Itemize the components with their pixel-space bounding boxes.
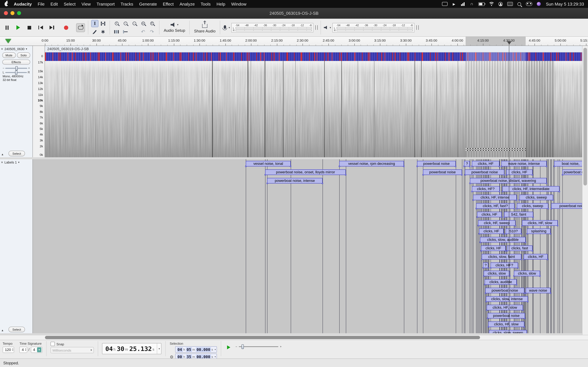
- label-chip[interactable]: clicks, slow: [514, 271, 540, 276]
- label-chip[interactable]: clicks, slow, audible: [480, 237, 526, 242]
- record-button[interactable]: [62, 23, 70, 32]
- menu-transport[interactable]: Transport: [94, 1, 118, 6]
- fit-selection-button[interactable]: ↔: [130, 20, 138, 27]
- label-chip[interactable]: clicks, HF: [506, 169, 533, 175]
- menu-generate[interactable]: Generate: [136, 1, 160, 6]
- track-resizer[interactable]: [0, 157, 588, 159]
- label-chip[interactable]: clicks, slow, intense: [486, 296, 528, 302]
- label-chip[interactable]: ?: [483, 262, 488, 268]
- gain-slider[interactable]: − +: [0, 66, 33, 70]
- battery-icon[interactable]: [478, 1, 484, 7]
- snap-checkbox[interactable]: [51, 342, 55, 346]
- label-chip[interactable]: vessel noise, rpm decreasing: [339, 161, 404, 167]
- trim-audio-button[interactable]: [113, 28, 120, 35]
- track-name[interactable]: 240505_0630: [4, 47, 25, 51]
- menubar-clock[interactable]: Sun May 5 13:29:33: [546, 1, 584, 6]
- label-chip[interactable]: powerboat noise, intense: [267, 178, 322, 183]
- audio-position-display[interactable]: 04h 30m 25.132s ▾: [102, 343, 161, 354]
- selection-start-field[interactable]: 04h 05m 00.000s ▾: [175, 346, 217, 353]
- clip-header[interactable]: 240505_063019-OS-J-SB: [45, 46, 582, 52]
- label-chip[interactable]: clicks, slow, faint: [482, 254, 521, 259]
- draw-tool-button[interactable]: [91, 28, 98, 35]
- label-chip[interactable]: clicks, HF, slow: [488, 321, 524, 327]
- wifi-icon[interactable]: [489, 1, 494, 7]
- undo-button[interactable]: ↶: [139, 28, 147, 35]
- search-icon[interactable]: [517, 1, 522, 7]
- meter-grip[interactable]: [416, 25, 419, 30]
- screen-mirroring-icon[interactable]: [442, 1, 447, 7]
- timeline-options-button[interactable]: [5, 39, 11, 43]
- solo-button[interactable]: Solo: [17, 52, 30, 58]
- frequency-ruler[interactable]: 017k15k14k13k12k11k10k9k8k7k6k5k4k3k2k0k: [33, 46, 45, 157]
- label-chip[interactable]: clicks, HF, intermediate: [502, 186, 560, 192]
- menu-edit[interactable]: Edit: [48, 1, 61, 6]
- track-menu-caret[interactable]: ▾: [18, 161, 19, 164]
- silence-audio-button[interactable]: [122, 28, 129, 35]
- label-chip[interactable]: clicks, HF: [472, 161, 499, 167]
- label-chip[interactable]: powerboat noise: [551, 203, 582, 209]
- control-center-icon[interactable]: [526, 1, 532, 7]
- skip-to-start-button[interactable]: [36, 23, 45, 32]
- multi-tool-button[interactable]: ∗: [99, 28, 107, 35]
- label-track-select-button[interactable]: Select: [9, 327, 25, 332]
- apple-menu-icon[interactable]: [5, 2, 8, 6]
- envelope-tool-button[interactable]: [99, 20, 107, 27]
- horizontal-scrollbar-thumb[interactable]: [45, 336, 480, 339]
- label-chip[interactable]: powerboat noise: [485, 288, 524, 293]
- playback-speed-slider[interactable]: [239, 346, 278, 347]
- vertical-scrollbar[interactable]: [582, 46, 588, 335]
- time-format-caret[interactable]: ▾: [157, 343, 161, 354]
- label-chip[interactable]: powerboat noise: [465, 169, 504, 175]
- zoom-toggle-button[interactable]: Z: [148, 20, 156, 27]
- label-chip[interactable]: clicks, HF?: [472, 186, 500, 192]
- menu-audacity[interactable]: Audacity: [11, 1, 35, 6]
- pan-slider[interactable]: L R: [0, 70, 33, 74]
- zoom-in-button[interactable]: +: [113, 20, 120, 27]
- label-chip[interactable]: clicks, HF: [479, 229, 504, 234]
- stop-button[interactable]: [25, 23, 34, 32]
- label-chip[interactable]: powerboat noise: [562, 169, 582, 175]
- redo-button[interactable]: ↷: [148, 28, 156, 35]
- audio-setup-button[interactable]: ▾ Audio Setup: [162, 22, 187, 33]
- zoom-out-button[interactable]: −: [122, 20, 129, 27]
- meter-grip[interactable]: [315, 25, 318, 30]
- skip-to-end-button[interactable]: [47, 23, 56, 32]
- label-chip[interactable]: click, HF, sweep: [478, 220, 516, 225]
- effects-button[interactable]: Effects: [2, 60, 30, 65]
- label-chip[interactable]: clicks, fast: [507, 245, 533, 251]
- label-chip[interactable]: clicks, HF, fast?: [476, 203, 515, 209]
- stats-icon[interactable]: [460, 1, 465, 7]
- menu-window[interactable]: Window: [228, 1, 249, 6]
- label-chip[interactable]: ?: [464, 161, 470, 167]
- speed-slider-thumb[interactable]: [242, 344, 244, 349]
- pan-slider-thumb[interactable]: [15, 70, 17, 75]
- loop-button[interactable]: [76, 23, 85, 32]
- label-track[interactable]: vessel noise, tonalvessel noise, rpm dec…: [33, 159, 582, 333]
- timesig-numerator-input[interactable]: 4 ▴▾: [19, 347, 27, 353]
- label-chip[interactable]: clicks, HF, intense: [473, 195, 517, 200]
- track-resizer[interactable]: [0, 333, 588, 335]
- collapse-track-button[interactable]: ▴: [2, 153, 3, 156]
- play-button[interactable]: [14, 23, 23, 32]
- label-track-name[interactable]: Labels 1: [4, 160, 17, 164]
- timesig-denominator-select[interactable]: 4 ▾: [31, 347, 42, 353]
- siri-icon[interactable]: [536, 1, 541, 7]
- menu-file[interactable]: File: [35, 1, 48, 6]
- selection-tool-button[interactable]: I: [91, 20, 98, 27]
- label-chip[interactable]: clicks, HF, slow: [522, 220, 558, 225]
- audio-clip[interactable]: 240505_063019-OS-J-SB: [45, 46, 582, 157]
- label-chip[interactable]: powerboat noise: [417, 161, 456, 167]
- menu-tracks[interactable]: Tracks: [118, 1, 136, 6]
- label-chip[interactable]: powerboat noise, distant, wavering: [470, 178, 547, 183]
- collapse-track-button[interactable]: ▴: [2, 329, 3, 332]
- pause-button[interactable]: [3, 23, 11, 32]
- headphones-icon[interactable]: ∩: [469, 1, 474, 7]
- label-chip[interactable]: S10?: [506, 229, 521, 234]
- close-track-button[interactable]: ×: [1, 47, 3, 51]
- label-chip[interactable]: clicks, HF: [524, 254, 548, 259]
- play-at-speed-button[interactable]: [225, 344, 232, 351]
- menu-view[interactable]: View: [78, 1, 94, 6]
- label-chip[interactable]: clicks, audible: [485, 279, 517, 285]
- label-chip[interactable]: splashing: [527, 229, 551, 234]
- share-audio-button[interactable]: Share Audio: [193, 22, 217, 33]
